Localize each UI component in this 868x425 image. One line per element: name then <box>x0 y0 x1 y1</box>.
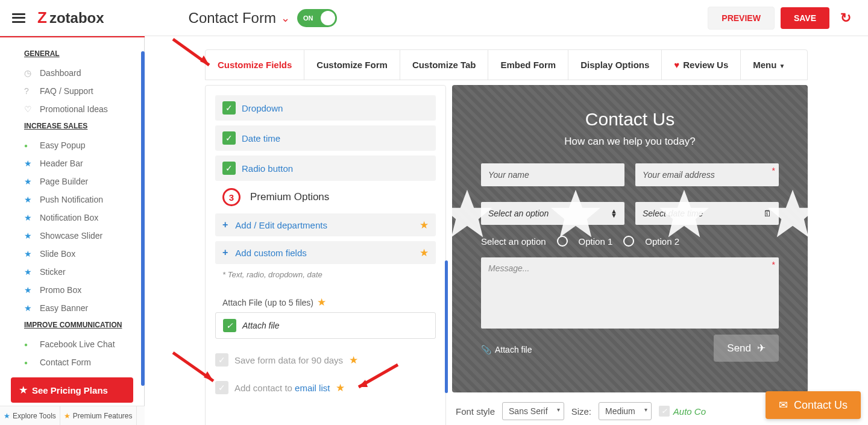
section-sales: INCREASE SALES <box>0 118 144 136</box>
nav-faq[interactable]: ?FAQ / Support <box>0 82 144 100</box>
pricing-button[interactable]: ★See Pricing Plans <box>11 377 133 403</box>
message-input[interactable]: Message... <box>481 257 779 329</box>
checkbox-icon: ✓ <box>659 406 670 417</box>
plus-icon: + <box>222 219 228 230</box>
option-select[interactable]: Select an option▲▼ <box>481 202 624 225</box>
section-comm: IMPROVE COMMUNICATION <box>0 317 144 335</box>
check-icon: ✓ <box>222 131 236 145</box>
star-icon: ★ <box>64 412 71 420</box>
font-style-label: Font style <box>456 406 495 417</box>
tab-customize-fields[interactable]: Customize Fields <box>206 49 304 80</box>
nav-push-notification[interactable]: ★Push Notification <box>0 190 144 209</box>
form-preview: Contact Us How can we help you today? Yo… <box>452 85 808 392</box>
paperclip-icon: 📎 <box>481 345 491 354</box>
tab-customize-form[interactable]: Customize Form <box>304 50 400 80</box>
dot-icon: ● <box>24 142 34 149</box>
sidebar: GENERAL ◷Dashboard ?FAQ / Support ♡Promo… <box>0 37 145 425</box>
email-input[interactable]: Your email address <box>635 163 779 186</box>
tab-review-us[interactable]: ♥Review Us <box>662 50 741 80</box>
bulb-icon: ♡ <box>24 104 34 114</box>
checkbox-unchecked-icon: ✓ <box>215 353 228 367</box>
contact-us-widget[interactable]: ✉Contact Us <box>766 391 861 419</box>
tab-display-options[interactable]: Display Options <box>568 50 662 80</box>
radio-option-2[interactable] <box>623 236 634 247</box>
nav-contact-form[interactable]: ●Contact Form <box>0 353 144 371</box>
question-icon: ? <box>24 86 34 96</box>
add-to-email-list[interactable]: ✓Add contact to email list★ <box>215 381 436 394</box>
add-departments[interactable]: +Add / Edit departments★ <box>215 213 436 236</box>
custom-fields-note: * Text, radio, dropdown, date <box>206 269 445 286</box>
explore-tools[interactable]: ★Explore Tools <box>0 406 60 425</box>
add-custom-fields[interactable]: +Add custom fields★ <box>215 241 436 264</box>
plus-icon: + <box>222 247 228 258</box>
nav-sticker[interactable]: ★Sticker <box>0 263 144 281</box>
font-style-select[interactable]: Sans Serif▾ <box>502 402 564 420</box>
header-actions: PREVIEW SAVE ↻ <box>708 7 856 30</box>
radio-label: Select an option <box>481 236 546 247</box>
radio-group: Select an option Option 1 Option 2 <box>481 236 779 247</box>
page-title: Contact Form ⌄ ON <box>189 9 337 27</box>
attach-file-toggle[interactable]: ✓Attach file <box>215 312 436 339</box>
tabs: Customize Fields Customize Form Customiz… <box>205 49 808 80</box>
nav-header-bar[interactable]: ★Header Bar <box>0 154 144 172</box>
name-input[interactable]: Your name <box>481 163 624 186</box>
star-icon: ★ <box>24 231 34 241</box>
star-icon: ★ <box>24 177 34 186</box>
nav-notification-box[interactable]: ★Notification Box <box>0 209 144 227</box>
main: Customize Fields Customize Form Customiz… <box>145 37 868 425</box>
nav-fb-live-chat[interactable]: ●Facebook Live Chat <box>0 335 144 353</box>
logo[interactable]: Zzotabox <box>37 8 104 27</box>
field-radio[interactable]: ✓Radio button <box>215 156 436 181</box>
nav-easy-popup[interactable]: ●Easy Popup <box>0 136 144 154</box>
caret-down-icon: ▼ <box>779 63 785 69</box>
fields-panel: ✓Dropdown ✓Date time ✓Radio button 3Prem… <box>205 85 446 425</box>
premium-features[interactable]: ★Premium Features <box>60 406 137 425</box>
hamburger-icon[interactable] <box>12 13 25 23</box>
on-toggle[interactable]: ON <box>297 9 337 27</box>
nav-page-builder[interactable]: ★Page Builder <box>0 172 144 190</box>
datetime-select[interactable]: Select date time🗓 <box>635 202 779 225</box>
nav-showcase-slider[interactable]: ★Showcase Slider <box>0 227 144 245</box>
nav-dashboard[interactable]: ◷Dashboard <box>0 64 144 82</box>
preview-column: Contact Us How can we help you today? Yo… <box>452 85 808 425</box>
check-icon: ✓ <box>222 101 236 115</box>
premium-options-header: 3Premium Options <box>215 186 436 209</box>
star-icon: ★ <box>420 247 429 259</box>
save-90-days[interactable]: ✓Save form data for 90 days★ <box>215 353 436 367</box>
tab-menu[interactable]: Menu▼ <box>741 50 797 80</box>
size-select[interactable]: Medium▾ <box>599 402 652 420</box>
save-button[interactable]: SAVE <box>781 7 829 29</box>
dot-icon: ● <box>24 341 34 348</box>
email-list-link[interactable]: email list <box>295 383 330 393</box>
reload-icon[interactable]: ↻ <box>835 8 856 28</box>
field-datetime[interactable]: ✓Date time <box>215 125 436 151</box>
star-icon: ★ <box>4 412 10 420</box>
radio-option-1[interactable] <box>557 236 568 247</box>
star-icon: ★ <box>24 285 34 295</box>
calendar-icon: 🗓 <box>763 209 772 218</box>
panel-scrollbar[interactable] <box>445 260 448 393</box>
attach-file-link[interactable]: 📎Attach file <box>481 345 532 354</box>
preview-button[interactable]: PREVIEW <box>708 7 775 30</box>
attach-label: Attach File (up to 5 files)★ <box>206 286 445 312</box>
auto-close-option[interactable]: ✓Auto Co <box>659 406 706 417</box>
nav-easy-banner[interactable]: ★Easy Banner <box>0 299 144 317</box>
check-icon: ✓ <box>222 162 236 175</box>
star-icon: ★ <box>24 195 34 204</box>
size-label: Size: <box>571 406 591 417</box>
badge-count: 3 <box>222 188 241 206</box>
tab-customize-tab[interactable]: Customize Tab <box>400 50 489 80</box>
star-icon: ★ <box>24 213 34 222</box>
header: Zzotabox Contact Form ⌄ ON PREVIEW SAVE … <box>0 0 868 36</box>
send-button[interactable]: Send✈ <box>714 335 779 362</box>
gauge-icon: ◷ <box>24 68 34 78</box>
tab-embed-form[interactable]: Embed Form <box>488 50 568 80</box>
field-dropdown[interactable]: ✓Dropdown <box>215 95 436 121</box>
star-icon: ★ <box>24 159 34 168</box>
nav-promo-ideas[interactable]: ♡Promotional Ideas <box>0 100 144 118</box>
nav-slide-box[interactable]: ★Slide Box <box>0 245 144 263</box>
heart-icon: ♥ <box>674 60 679 70</box>
nav-promo-box[interactable]: ★Promo Box <box>0 281 144 299</box>
chevron-down-icon[interactable]: ⌄ <box>281 11 290 25</box>
preview-title: Contact Us <box>481 109 779 130</box>
